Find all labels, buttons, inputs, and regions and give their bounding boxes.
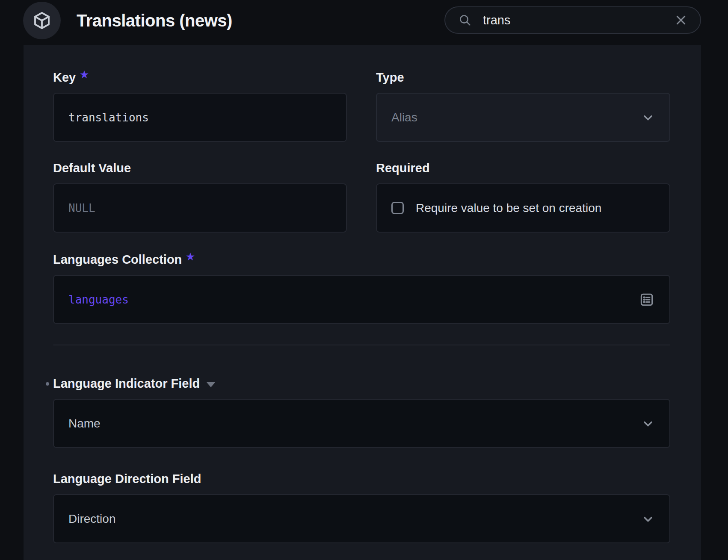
chevron-down-icon [641,111,655,124]
type-label: Type [376,70,670,85]
field-key: Key ★ [53,70,347,142]
chevron-down-icon [641,512,655,526]
language-indicator-label[interactable]: Language Indicator Field [53,376,670,391]
field-type: Type Alias [376,70,670,142]
language-indicator-select[interactable]: Name [53,399,670,448]
cube-icon [32,10,52,31]
key-label: Key ★ [53,70,347,85]
field-language-direction: Language Direction Field Direction [53,472,670,543]
language-indicator-value: Name [68,417,101,430]
list-icon[interactable] [639,292,655,308]
search-bar[interactable] [444,6,701,34]
form-row-default-required: Default Value Required Require value to … [53,161,670,233]
type-label-text: Type [376,71,404,85]
chevron-down-icon [641,417,655,430]
search-input[interactable] [483,13,624,27]
language-direction-value: Direction [68,512,115,526]
languages-collection-value: languages [68,293,129,306]
languages-collection-label: Languages Collection ★ [53,252,670,267]
search-icon [458,13,472,27]
checkbox-unchecked[interactable] [391,202,404,214]
header: Translations (news) [0,0,728,45]
language-direction-label: Language Direction Field [53,472,670,486]
field-detail-page: { "header": { "title": "Translations (ne… [0,0,728,560]
required-checkbox-row[interactable]: Require value to be set on creation [376,183,670,233]
form-row-key-type: Key ★ Type Alias [53,70,670,142]
default-value-input-wrapper [53,183,347,233]
key-label-text: Key [53,71,76,85]
collection-icon-button[interactable] [23,2,61,39]
language-indicator-label-text: Language Indicator Field [53,377,200,391]
field-default-value: Default Value [53,161,347,233]
field-settings-panel: Key ★ Type Alias Def [24,45,701,560]
field-required: Required Require value to be set on crea… [376,161,670,233]
section-divider [53,345,670,345]
caret-down-icon[interactable] [206,382,216,387]
key-input-wrapper [53,93,347,142]
page-title: Translations (news) [77,0,232,41]
required-star-icon: ★ [80,69,89,80]
default-value-label: Default Value [53,161,347,175]
required-star-icon: ★ [186,251,195,262]
type-select[interactable]: Alias [376,93,670,142]
default-value-label-text: Default Value [53,161,131,175]
close-icon[interactable] [675,14,687,27]
required-label: Required [376,161,670,175]
required-checkbox-label: Require value to be set on creation [416,201,601,215]
languages-collection-label-text: Languages Collection [53,253,182,267]
language-direction-select[interactable]: Direction [53,494,670,543]
languages-collection-input[interactable]: languages [53,275,670,324]
field-language-indicator: Language Indicator Field Name [53,376,670,448]
default-value-input[interactable] [68,202,331,215]
language-direction-label-text: Language Direction Field [53,472,201,486]
type-select-value: Alias [391,111,417,124]
modified-dot [46,382,49,386]
required-label-text: Required [376,161,430,175]
field-languages-collection: Languages Collection ★ languages [53,252,670,324]
key-input[interactable] [68,111,331,124]
